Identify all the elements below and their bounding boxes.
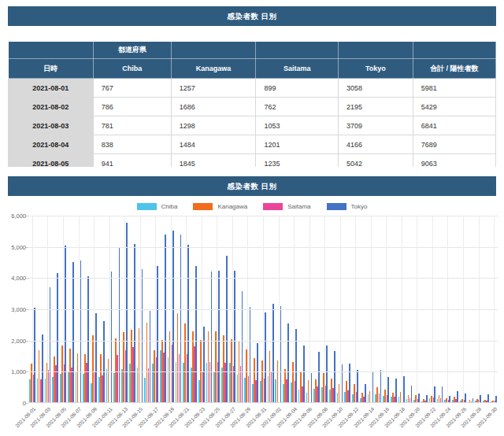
bar-tokyo[interactable] [87,276,89,403]
date-cell: 2021-08-03 [9,116,94,135]
bar-tokyo[interactable] [103,321,105,403]
chart-legend: ChibaKanagawaSaitamaTokyo [0,201,504,212]
bar-tokyo[interactable] [195,266,197,403]
bar-tokyo[interactable] [34,308,35,403]
bar-tokyo[interactable] [95,313,97,403]
value-cell: 1484 [171,135,256,154]
bar-tokyo[interactable] [380,370,382,403]
bar-tokyo[interactable] [250,307,251,403]
value-cell: 5042 [339,154,413,168]
legend-item-chiba[interactable]: Chiba [137,203,178,210]
v-gridline [140,216,141,403]
bar-tokyo[interactable] [334,351,335,403]
bar-tokyo[interactable] [180,235,182,403]
bar-tokyo[interactable] [403,376,405,403]
column-header-total: 合計 / 陽性者数 [413,59,495,79]
empty-header-cell [171,42,256,59]
infection-table: 都道府県 日時 Chiba Kanagawa Saitama Tokyo 合計 … [8,41,496,167]
column-header-saitama: Saitama [256,59,339,79]
bar-tokyo[interactable] [42,334,43,403]
bar-tokyo[interactable] [265,312,266,403]
table-row: 2021-08-02786168676221955429 [9,98,496,116]
empty-header-cell [413,42,495,59]
bar-tokyo[interactable] [280,306,282,403]
v-gridline [94,216,94,403]
table-column-header-row: 日時 Chiba Kanagawa Saitama Tokyo 合計 / 陽性者… [9,59,496,79]
bar-tokyo[interactable] [211,272,213,403]
legend-label: Chiba [161,203,178,210]
legend-label: Saitama [287,203,310,210]
v-gridline [463,216,464,403]
legend-swatch-tokyo [327,203,346,210]
value-cell: 3058 [339,79,413,98]
value-cell: 762 [256,98,339,116]
bar-tokyo[interactable] [50,287,51,403]
value-cell: 941 [93,154,171,168]
bar-tokyo[interactable] [126,223,128,403]
v-gridline [324,216,325,403]
value-cell: 899 [256,79,339,98]
v-gridline [79,216,80,403]
table-row: 2021-08-01767125789930585981 [9,79,496,98]
y-axis-label: 4,000 [5,275,26,282]
value-cell: 1686 [171,98,256,116]
bar-tokyo[interactable] [119,247,120,403]
table-body: 2021-08-017671257899305859812021-08-0278… [9,79,496,168]
bar-tokyo[interactable] [203,327,205,403]
bar-tokyo[interactable] [303,345,305,404]
bar-tokyo[interactable] [395,379,397,403]
bar-tokyo[interactable] [442,386,443,403]
y-axis-label: 6,000 [5,212,26,220]
bar-tokyo[interactable] [242,291,243,403]
date-cell: 2021-08-04 [9,135,94,154]
legend-item-saitama[interactable]: Saitama [263,203,310,210]
bar-tokyo[interactable] [57,273,58,403]
bar-tokyo[interactable] [72,262,74,403]
column-header-date: 日時 [9,59,94,79]
bar-tokyo[interactable] [411,386,413,403]
v-gridline [294,216,295,403]
bar-tokyo[interactable] [111,272,113,403]
bar-tokyo[interactable] [349,364,350,403]
v-gridline [386,216,387,403]
bar-tokyo[interactable] [318,352,320,403]
bar-tokyo[interactable] [172,231,174,404]
value-cell: 6841 [413,116,495,135]
bar-tokyo[interactable] [287,323,289,403]
v-gridline [447,216,448,403]
bar-tokyo[interactable] [165,235,166,403]
legend-item-kanagawa[interactable]: Kanagawa [193,203,247,210]
v-gridline [63,216,64,403]
bar-tokyo[interactable] [342,364,343,403]
legend-item-tokyo[interactable]: Tokyo [327,203,368,210]
v-gridline [247,216,248,403]
bar-tokyo[interactable] [157,266,158,403]
bar-tokyo[interactable] [365,384,366,403]
bar-tokyo[interactable] [142,269,143,403]
value-cell: 781 [93,116,171,135]
column-header-chiba: Chiba [93,59,171,79]
bar-tokyo[interactable] [326,345,328,403]
bar-tokyo[interactable] [187,245,189,403]
bar-tokyo[interactable] [150,311,151,403]
bar-tokyo[interactable] [234,271,235,403]
bar-tokyo[interactable] [65,246,66,403]
bar-tokyo[interactable] [357,370,358,403]
bar-tokyo[interactable] [434,386,435,403]
bar-tokyo[interactable] [257,343,258,403]
bar-tokyo[interactable] [311,373,313,403]
bar-tokyo[interactable] [80,260,82,403]
bar-tokyo[interactable] [272,304,274,403]
bar-tokyo[interactable] [372,371,374,403]
value-cell: 4166 [339,135,413,154]
empty-header-cell [339,42,413,59]
v-gridline [309,216,310,403]
bar-tokyo[interactable] [134,244,135,403]
bar-tokyo[interactable] [387,377,389,403]
bar-tokyo[interactable] [218,271,220,403]
v-gridline [432,216,433,403]
v-gridline [371,216,372,403]
bar-tokyo[interactable] [457,391,458,403]
value-cell: 1257 [171,79,256,98]
table-row: 2021-08-059411845123550429063 [9,154,496,168]
